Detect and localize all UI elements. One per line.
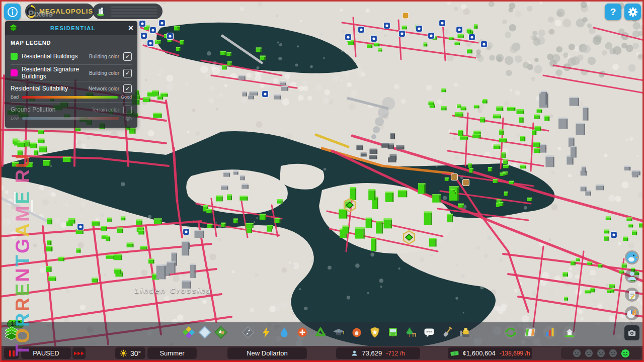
torrent-watermark: TORRENTGAME.RU (12, 152, 34, 356)
season-pill[interactable]: Summer (147, 347, 197, 359)
face-unhappy-icon (585, 349, 593, 357)
speed-button[interactable] (72, 347, 86, 359)
info-button[interactable] (4, 4, 21, 20)
landscaping-tool-icon[interactable] (214, 326, 227, 339)
fast-forward-icon (74, 351, 84, 355)
checkbox[interactable] (123, 84, 132, 93)
photo-watermark: Pixels (28, 9, 53, 19)
treasury-rate: -138,699 /h (500, 350, 530, 357)
city-statistics-button[interactable] (625, 306, 639, 320)
demand-pill[interactable] (93, 4, 163, 19)
pie-chart-icon (626, 307, 638, 319)
legend-type-label: Network color (89, 86, 119, 92)
electricity-tool-icon[interactable] (260, 326, 273, 339)
demand-building-icon (94, 5, 107, 18)
panel-title: RESIDENTIAL (18, 25, 128, 31)
progression-tool-icon[interactable] (563, 326, 576, 339)
district-label: Linden Crossing (135, 286, 212, 295)
legend-type-label: Building color (89, 54, 119, 59)
status-bar: PAUSED 30° Summer New Dollarton (0, 346, 644, 362)
citizens-button[interactable] (625, 269, 639, 283)
population-icon (351, 350, 358, 356)
scale-label-good: Good (121, 95, 132, 100)
legend-label: Residential Buildings (22, 53, 85, 60)
parks-recreation-tool-icon[interactable] (405, 326, 418, 339)
checkbox[interactable] (123, 106, 132, 114)
divider (11, 102, 132, 103)
demand-bars (111, 6, 157, 17)
camera-icon (626, 327, 637, 338)
help-button[interactable]: ? (605, 4, 621, 20)
location-pill[interactable]: New Dollarton (227, 347, 307, 359)
legend-section-title: MAP LEGEND (11, 40, 132, 46)
legend-row-suitability: Residential Suitability Network color Ba… (11, 83, 132, 100)
color-swatch (11, 53, 18, 60)
help-label: ? (610, 7, 616, 18)
pollution-gradient-bar (22, 117, 120, 120)
season-label: Summer (159, 349, 184, 357)
treasury-value: ¢1,600,604 (463, 349, 496, 357)
face-sad-icon (573, 349, 581, 357)
healthcare-tool-icon[interactable] (296, 326, 309, 339)
journal-icon (626, 289, 638, 301)
weather-pill[interactable]: 30° (115, 347, 145, 359)
population-rate: -712 /h (386, 350, 405, 357)
legend-label: Residential Suitability (11, 85, 85, 92)
zones-tool-icon[interactable] (182, 326, 195, 339)
suitability-gradient-bar (22, 96, 118, 99)
checkbox[interactable] (123, 69, 132, 77)
face-neutral-icon (597, 349, 605, 357)
terraforming-tool-icon[interactable] (441, 326, 454, 339)
face-content-icon (609, 349, 617, 357)
garbage-tool-icon[interactable] (314, 326, 327, 339)
legend-row-residential-buildings: Residential Buildings Building color (11, 50, 132, 63)
police-tool-icon[interactable] (368, 326, 381, 339)
info-icon (6, 6, 19, 19)
legend-label: Residential Signature Buildings (22, 66, 85, 80)
legend-type-label: Building color (89, 70, 119, 76)
residential-zone-icon (9, 24, 18, 32)
scale-label-bad: Bad (11, 95, 19, 100)
temperature-value: 30° (130, 349, 141, 357)
chirper-bird-icon (625, 251, 638, 264)
statistics-tool-icon[interactable] (543, 326, 556, 339)
face-happy-icon-active (621, 349, 630, 358)
bulldozer-tool-icon[interactable] (459, 326, 472, 339)
gear-icon (627, 6, 639, 18)
scale-label-high: High (122, 116, 132, 121)
checkbox[interactable] (123, 52, 132, 61)
citizen-icon (626, 270, 638, 282)
water-tool-icon[interactable] (278, 326, 291, 339)
legend-row-signature-buildings: Residential Signature Buildings Building… (11, 66, 132, 79)
legend-type-label: Terrain color (92, 107, 119, 113)
legend-row-ground-pollution: Ground Pollution Terrain color Low High (11, 104, 132, 121)
paused-label: PAUSED (33, 349, 59, 357)
communications-tool-icon[interactable] (423, 326, 436, 339)
journal-button[interactable] (625, 288, 639, 302)
fire-rescue-tool-icon[interactable] (350, 326, 363, 339)
population-pill[interactable]: 73,629 -712 /h (336, 347, 420, 359)
info-views-tool-icon[interactable] (524, 326, 537, 339)
chirper-button[interactable] (625, 250, 639, 264)
settings-button[interactable] (624, 4, 641, 20)
color-swatch (11, 69, 18, 76)
divider (11, 81, 132, 81)
happiness-pill[interactable] (561, 347, 641, 359)
divider (11, 64, 132, 65)
population-value: 73,629 (362, 349, 382, 357)
transportation-tool-icon[interactable] (386, 326, 399, 339)
location-label: New Dollarton (247, 349, 288, 357)
map-legend-panel: RESIDENTIAL × MAP LEGEND Residential Bui… (5, 21, 137, 128)
sun-icon (120, 349, 127, 357)
money-icon (450, 350, 459, 356)
game-screen: Linden Crossing ? (0, 0, 644, 362)
economy-tool-icon[interactable] (504, 326, 517, 339)
close-icon[interactable]: × (128, 24, 133, 32)
areas-tool-icon[interactable] (198, 326, 211, 339)
treasury-pill[interactable]: ¢1,600,604 -138,699 /h (448, 347, 532, 359)
education-tool-icon[interactable] (332, 326, 345, 339)
roads-tool-icon[interactable] (242, 326, 255, 339)
scale-label-low: Low (11, 116, 19, 121)
legend-label: Ground Pollution (11, 106, 88, 113)
photo-mode-button[interactable] (624, 325, 639, 340)
